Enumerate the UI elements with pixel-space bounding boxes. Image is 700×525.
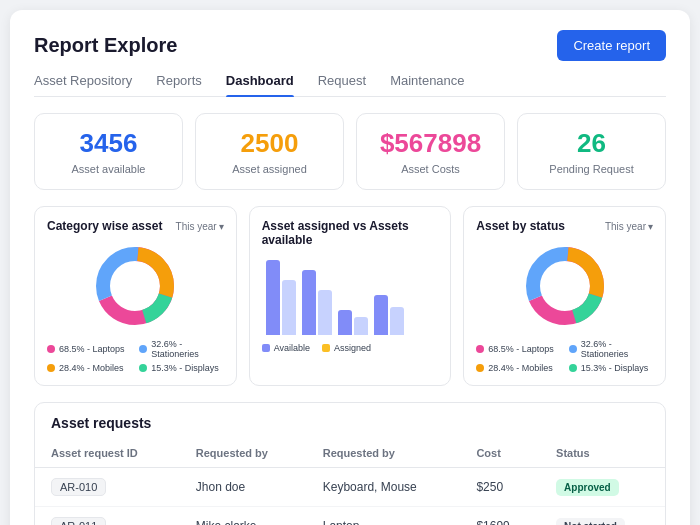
chart-bar-title: Asset assigned vs Assets available	[262, 219, 439, 247]
bar-available	[374, 295, 388, 335]
stats-row: 3456 Asset available 2500 Asset assigned…	[34, 113, 666, 190]
main-nav: Asset Repository Reports Dashboard Reque…	[34, 65, 666, 97]
table-header-row: Asset request ID Requested by Requested …	[35, 439, 665, 468]
svg-point-4	[111, 262, 159, 310]
bar-group-4	[374, 295, 404, 335]
asset-requests-table: Asset requests Asset request ID Requeste…	[34, 402, 666, 525]
stat-available-value: 3456	[51, 128, 166, 159]
sidebar-item-request[interactable]: Request	[318, 65, 366, 96]
chevron-down-icon: ▾	[219, 221, 224, 232]
id-badge: AR-011	[51, 517, 106, 525]
stat-pending-value: 26	[534, 128, 649, 159]
stat-assigned-value: 2500	[212, 128, 327, 159]
bar-chart	[262, 255, 439, 335]
legend-item: 68.5% - Laptops	[476, 339, 560, 359]
svg-point-9	[541, 262, 589, 310]
cell-status: Not started	[540, 507, 665, 525]
chart-by-status: Asset by status This year ▾	[463, 206, 666, 386]
page-title: Report Explore	[34, 34, 177, 57]
app-container: Report Explore Create report Asset Repos…	[10, 10, 690, 525]
table-title: Asset requests	[35, 403, 665, 439]
chart-category-header: Category wise asset This year ▾	[47, 219, 224, 233]
stat-costs-label: Asset Costs	[373, 163, 488, 175]
chart-status-header: Asset by status This year ▾	[476, 219, 653, 233]
legend-dot	[47, 345, 55, 353]
bar-available	[266, 260, 280, 335]
chart-bar-header: Asset assigned vs Assets available	[262, 219, 439, 247]
stat-pending-label: Pending Request	[534, 163, 649, 175]
chart-assigned-vs-available: Asset assigned vs Assets available	[249, 206, 452, 386]
sidebar-item-maintenance[interactable]: Maintenance	[390, 65, 464, 96]
cell-requested-by: Jhon doe	[180, 468, 307, 507]
legend-item: 28.4% - Mobiles	[476, 363, 560, 373]
legend-dot	[476, 364, 484, 372]
bar-group-3	[338, 310, 368, 335]
status-badge: Approved	[556, 479, 619, 496]
cell-cost: $1699	[460, 507, 540, 525]
chart-status-title: Asset by status	[476, 219, 565, 233]
legend-dot	[476, 345, 484, 353]
requests-table: Asset request ID Requested by Requested …	[35, 439, 665, 525]
legend-item: 28.4% - Mobiles	[47, 363, 131, 373]
sidebar-item-reports[interactable]: Reports	[156, 65, 202, 96]
stat-available-label: Asset available	[51, 163, 166, 175]
cell-id: AR-011	[35, 507, 180, 525]
chevron-down-icon: ▾	[648, 221, 653, 232]
col-header-id: Asset request ID	[35, 439, 180, 468]
chart-category-title: Category wise asset	[47, 219, 162, 233]
table-row: AR-011 Mike clarke Laptop $1699 Not star…	[35, 507, 665, 525]
col-header-item: Requested by	[307, 439, 461, 468]
legend-dot	[569, 364, 577, 372]
charts-row: Category wise asset This year ▾	[34, 206, 666, 386]
legend-item: 15.3% - Displays	[139, 363, 223, 373]
legend-dot	[569, 345, 577, 353]
create-report-button[interactable]: Create report	[557, 30, 666, 61]
cell-status: Approved	[540, 468, 665, 507]
chart-status-filter[interactable]: This year ▾	[605, 221, 653, 232]
cell-item: Keyboard, Mouse	[307, 468, 461, 507]
legend-dot	[47, 364, 55, 372]
cell-id: AR-010	[35, 468, 180, 507]
stat-available: 3456 Asset available	[34, 113, 183, 190]
stat-pending: 26 Pending Request	[517, 113, 666, 190]
bar-legend-assigned: Assigned	[322, 343, 371, 353]
status-badge: Not started	[556, 518, 625, 525]
bar-available	[302, 270, 316, 335]
legend-item: 32.6% - Stationeries	[569, 339, 653, 359]
bar-group-2	[302, 270, 332, 335]
cell-item: Laptop	[307, 507, 461, 525]
category-legend: 68.5% - Laptops 32.6% - Stationeries 28.…	[47, 339, 224, 373]
legend-dot	[139, 364, 147, 372]
header: Report Explore Create report	[34, 30, 666, 61]
bar-legend-dot	[322, 344, 330, 352]
bar-group-1	[266, 260, 296, 335]
stat-costs: $567898 Asset Costs	[356, 113, 505, 190]
bar-assigned	[318, 290, 332, 335]
col-header-cost: Cost	[460, 439, 540, 468]
bar-assigned	[282, 280, 296, 335]
stat-assigned-label: Asset assigned	[212, 163, 327, 175]
table-row: AR-010 Jhon doe Keyboard, Mouse $250 App…	[35, 468, 665, 507]
category-donut	[47, 241, 224, 331]
sidebar-item-asset-repository[interactable]: Asset Repository	[34, 65, 132, 96]
sidebar-item-dashboard[interactable]: Dashboard	[226, 65, 294, 96]
legend-item: 68.5% - Laptops	[47, 339, 131, 359]
bar-legend-dot	[262, 344, 270, 352]
stat-assigned: 2500 Asset assigned	[195, 113, 344, 190]
bar-available	[338, 310, 352, 335]
chart-category-filter[interactable]: This year ▾	[176, 221, 224, 232]
col-header-requested-by: Requested by	[180, 439, 307, 468]
legend-item: 15.3% - Displays	[569, 363, 653, 373]
col-header-status: Status	[540, 439, 665, 468]
main-card: Report Explore Create report Asset Repos…	[10, 10, 690, 525]
bar-assigned	[390, 307, 404, 335]
legend-item: 32.6% - Stationeries	[139, 339, 223, 359]
status-donut	[476, 241, 653, 331]
chart-category: Category wise asset This year ▾	[34, 206, 237, 386]
id-badge: AR-010	[51, 478, 106, 496]
stat-costs-value: $567898	[373, 128, 488, 159]
bar-legend-available: Available	[262, 343, 310, 353]
bar-assigned	[354, 317, 368, 335]
status-legend: 68.5% - Laptops 32.6% - Stationeries 28.…	[476, 339, 653, 373]
cell-cost: $250	[460, 468, 540, 507]
